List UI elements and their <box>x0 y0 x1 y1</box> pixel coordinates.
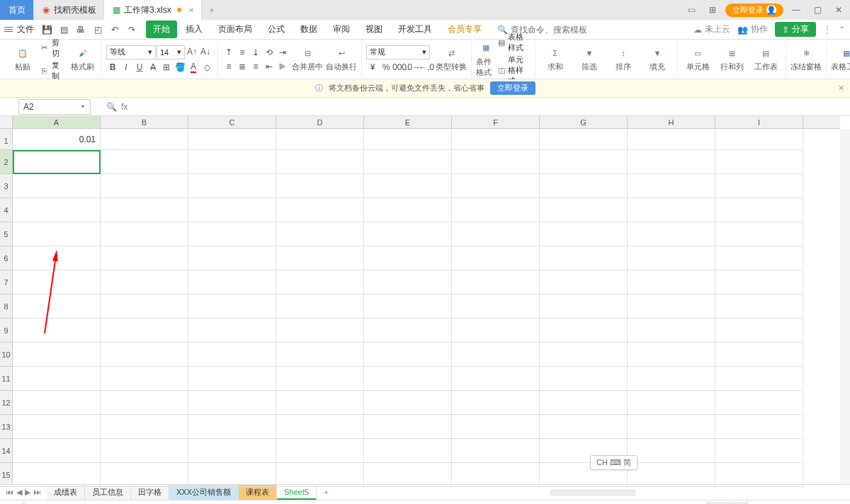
row-header-8[interactable]: 8 <box>0 294 12 319</box>
cell[interactable] <box>188 367 276 391</box>
cell[interactable] <box>540 222 628 246</box>
cell[interactable] <box>452 198 540 222</box>
cell[interactable] <box>715 439 803 463</box>
cell[interactable] <box>13 294 101 319</box>
cell[interactable] <box>276 463 364 487</box>
cell[interactable] <box>715 174 803 198</box>
row-header-1[interactable]: 1 <box>0 129 12 150</box>
cell[interactable] <box>715 319 803 343</box>
sheet-tab-4[interactable]: 课程表 <box>239 485 277 500</box>
cells-area[interactable]: 0.01 <box>13 129 840 484</box>
col-header-g[interactable]: G <box>540 116 628 128</box>
cell[interactable] <box>188 129 276 150</box>
cell[interactable] <box>364 174 452 198</box>
cell[interactable] <box>628 270 715 294</box>
cell[interactable] <box>540 391 628 415</box>
cell[interactable] <box>13 415 101 439</box>
align-top-button[interactable]: ⤒ <box>222 46 235 59</box>
copy-button[interactable]: ⎘复制 <box>40 60 66 81</box>
cell[interactable] <box>540 198 628 222</box>
font-select[interactable]: 等线▾ <box>106 45 156 59</box>
cell[interactable] <box>188 150 276 174</box>
sort-button[interactable]: ↕排序 <box>608 46 639 72</box>
cell[interactable] <box>101 294 188 319</box>
close-tab-icon[interactable]: ✕ <box>188 6 194 14</box>
cell[interactable] <box>452 174 540 198</box>
cell[interactable] <box>364 294 452 319</box>
login-button[interactable]: 立即登录 👤 <box>725 4 783 17</box>
cell[interactable] <box>101 174 188 198</box>
col-header-f[interactable]: F <box>452 116 540 128</box>
row-header-15[interactable]: 15 <box>0 463 12 487</box>
bold-button[interactable]: B <box>106 61 119 74</box>
cell[interactable] <box>452 222 540 246</box>
close-window-button[interactable]: ✕ <box>830 1 847 18</box>
cell[interactable] <box>452 463 540 487</box>
cell[interactable] <box>364 367 452 391</box>
cell[interactable] <box>715 463 803 487</box>
cell[interactable] <box>715 150 803 174</box>
cell[interactable] <box>364 129 452 150</box>
vertical-scrollbar[interactable] <box>840 129 850 484</box>
cell[interactable] <box>188 463 276 487</box>
format-painter-button[interactable]: 🖌格式刷 <box>69 46 97 72</box>
cell[interactable] <box>276 319 364 343</box>
cell[interactable] <box>276 391 364 415</box>
cell[interactable] <box>13 222 101 246</box>
minimize-button[interactable]: — <box>788 1 805 18</box>
cell[interactable] <box>101 246 188 270</box>
cancel-formula-icon[interactable]: 🔍 <box>106 102 117 112</box>
row-header-4[interactable]: 4 <box>0 198 12 222</box>
cell[interactable] <box>540 129 628 150</box>
cell[interactable] <box>364 198 452 222</box>
cell[interactable] <box>13 391 101 415</box>
cloud-status[interactable]: ☁ 未上云 <box>693 23 730 35</box>
font-color-button[interactable]: A <box>187 61 200 74</box>
strike-button[interactable]: A̶ <box>147 61 159 74</box>
filter-button[interactable]: ▼筛选 <box>574 46 605 72</box>
font-size-select[interactable]: 14▾ <box>157 45 185 59</box>
tab-vip[interactable]: 会员专享 <box>441 21 489 38</box>
currency-button[interactable]: ¥ <box>366 61 379 74</box>
cell[interactable] <box>188 198 276 222</box>
cell[interactable] <box>540 246 628 270</box>
col-header-e[interactable]: E <box>364 116 452 128</box>
cell[interactable] <box>628 463 715 487</box>
cell[interactable] <box>452 391 540 415</box>
align-center-button[interactable]: ≣ <box>236 60 249 73</box>
row-header-11[interactable]: 11 <box>0 367 12 391</box>
row-header-10[interactable]: 10 <box>0 343 12 367</box>
row-header-9[interactable]: 9 <box>0 319 12 343</box>
sheet-tab-5[interactable]: Sheet5 <box>277 486 317 500</box>
cell[interactable] <box>540 367 628 391</box>
cell[interactable] <box>276 439 364 463</box>
font-grow-button[interactable]: A↑ <box>186 45 198 58</box>
cell[interactable] <box>364 415 452 439</box>
select-all-button[interactable] <box>0 116 13 129</box>
cell[interactable] <box>715 415 803 439</box>
wrap-button[interactable]: ↩自动换行 <box>326 46 357 72</box>
cell[interactable] <box>715 391 803 415</box>
cell[interactable] <box>452 294 540 319</box>
cell[interactable] <box>452 150 540 174</box>
sheet-last-icon[interactable]: ⏭ <box>33 488 41 497</box>
col-header-a[interactable]: A <box>13 116 101 128</box>
cell[interactable] <box>276 222 364 246</box>
cell[interactable] <box>276 129 364 150</box>
row-header-12[interactable]: 12 <box>0 391 12 415</box>
grid-apps-icon[interactable]: ⊞ <box>704 1 721 18</box>
cell[interactable] <box>452 367 540 391</box>
cell[interactable] <box>628 222 715 246</box>
share-button[interactable]: ⇪ 分享 <box>775 22 816 37</box>
cell[interactable] <box>188 246 276 270</box>
cell[interactable] <box>452 415 540 439</box>
cell-a1[interactable]: 0.01 <box>13 129 101 150</box>
sheet-next-icon[interactable]: ▶ <box>25 488 30 497</box>
cell[interactable] <box>13 246 101 270</box>
font-shrink-button[interactable]: A↓ <box>199 45 212 58</box>
clear-format-button[interactable]: ◇ <box>200 61 213 74</box>
cell[interactable] <box>188 270 276 294</box>
print-preview-icon[interactable]: ▤ <box>58 24 69 35</box>
cell[interactable] <box>188 439 276 463</box>
cell[interactable] <box>628 439 715 463</box>
